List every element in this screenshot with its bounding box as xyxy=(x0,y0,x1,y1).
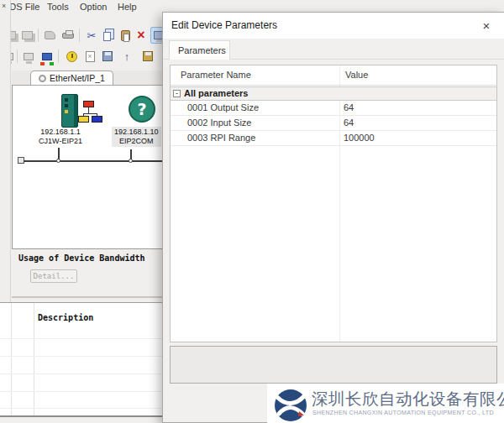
device-eip2com-icon[interactable]: ? xyxy=(129,96,155,123)
device-ip: 192.168.1.1 xyxy=(23,128,98,137)
cut-icon[interactable]: ✂ xyxy=(83,27,100,44)
description-grid-line xyxy=(0,356,167,357)
copy-icon[interactable] xyxy=(100,27,117,44)
table-row[interactable]: 0003 RPI Range 100000 xyxy=(171,131,496,146)
param-name: 0001 Output Size xyxy=(187,102,259,112)
description-grid-line xyxy=(0,373,167,374)
toolbar-separator xyxy=(17,50,18,63)
bus-junction xyxy=(56,159,60,163)
collapse-icon[interactable]: - xyxy=(173,90,181,97)
network-canvas[interactable]: 192.168.1.1 CJ1W-EIP21 ? 192.168.1.10 EI… xyxy=(12,85,167,249)
bandwidth-label: Usage of Device Bandwidth xyxy=(18,253,145,263)
toolbar-separator xyxy=(58,50,59,63)
menu-option[interactable]: Option xyxy=(76,0,110,13)
menu-tools[interactable]: Tools xyxy=(44,0,72,13)
up-arrow-glyph: ↑ xyxy=(124,51,130,62)
bus-junction xyxy=(129,159,133,163)
page-x-glyph: × xyxy=(86,51,95,62)
toolbar-separator xyxy=(79,29,80,42)
param-value[interactable]: 64 xyxy=(344,102,354,112)
network-disconnect-icon[interactable] xyxy=(18,27,35,44)
copy-pages-glyph xyxy=(103,32,111,41)
device-model: EIP2COM xyxy=(114,137,159,146)
cancel-page-icon[interactable]: × xyxy=(81,48,98,65)
dialog-title: Edit Device Parameters xyxy=(171,19,277,31)
printer-glyph xyxy=(62,33,74,39)
table-row[interactable]: 0001 Output Size 64 xyxy=(171,101,496,116)
clipboard-glyph xyxy=(121,30,130,41)
detail-button[interactable]: Detail... xyxy=(30,269,77,283)
group-label: All parameters xyxy=(184,88,248,98)
network-status-icon xyxy=(39,75,46,82)
description-grid-line xyxy=(0,338,167,339)
tab-parameters-label: Parameters xyxy=(178,45,226,55)
device-cj1w-eip21-label[interactable]: 192.168.1.1 CJ1W-EIP21 xyxy=(23,128,98,146)
column-value[interactable]: Value xyxy=(345,70,368,80)
upload-icon[interactable]: ↑ xyxy=(118,48,135,65)
company-watermark: 深圳长欣自动化设备有限公司 SHENZHEN CHANGXIN AUTOMATI… xyxy=(267,384,504,423)
edit-device-parameters-dialog: Edit Device Parameters × Parameters Para… xyxy=(162,12,504,423)
listview-header: Parameter Name Value xyxy=(171,65,496,86)
plc-net-line xyxy=(83,113,97,114)
param-name: 0002 Input Size xyxy=(187,118,251,128)
download-glyph xyxy=(143,51,153,61)
tab-parameters[interactable]: Parameters xyxy=(169,40,230,60)
device-ip: 192.168.1.10 xyxy=(114,128,159,137)
network-bus-line xyxy=(24,160,167,162)
paste-icon[interactable] xyxy=(117,27,134,44)
network-tab-strip: EtherNet/IP_1 xyxy=(12,70,167,85)
toolbar-separator xyxy=(38,29,39,42)
column-parameter-name[interactable]: Parameter Name xyxy=(181,70,251,80)
device-monitor-icon[interactable] xyxy=(63,48,80,65)
menu-help[interactable]: Help xyxy=(114,0,140,13)
bandwidth-section: Usage of Device Bandwidth Detail... xyxy=(12,249,167,298)
company-logo-icon xyxy=(274,389,307,422)
net-color-glyph xyxy=(42,53,52,60)
plc-yellow-node xyxy=(78,116,89,123)
plc-module-glyph xyxy=(61,94,78,128)
dialog-titlebar[interactable]: Edit Device Parameters × xyxy=(163,13,504,39)
description-grid-line xyxy=(0,391,167,392)
table-row[interactable]: 0002 Input Size 64 xyxy=(171,116,496,131)
plc-red-node xyxy=(83,101,94,107)
param-name: 0003 RPI Range xyxy=(187,133,255,143)
delete-icon[interactable]: × xyxy=(133,27,150,44)
transfer-icon[interactable] xyxy=(41,27,58,44)
close-icon[interactable]: × xyxy=(478,17,495,34)
company-name-cn: 深圳长欣自动化设备有限公司 xyxy=(312,388,504,410)
param-value[interactable]: 100000 xyxy=(344,133,375,143)
download-icon[interactable] xyxy=(139,48,156,65)
print-icon[interactable] xyxy=(60,27,76,44)
hand-glyph xyxy=(45,31,55,39)
tab-ethernet-ip-1[interactable]: EtherNet/IP_1 xyxy=(30,70,113,85)
description-panel[interactable]: Description xyxy=(0,302,167,417)
panel-close-icon[interactable]: × xyxy=(2,2,6,10)
network-view-icon[interactable] xyxy=(39,48,55,65)
network-tab-label: EtherNet/IP_1 xyxy=(50,73,105,83)
description-column-divider xyxy=(34,303,34,415)
net-gray-glyph xyxy=(24,53,34,60)
device-cj1w-eip21-icon[interactable] xyxy=(60,94,105,129)
save-page-icon[interactable] xyxy=(99,48,116,65)
group-row-all-parameters[interactable]: - All parameters xyxy=(171,86,496,101)
network-disconnect-glyph xyxy=(22,31,33,39)
routing-icon[interactable] xyxy=(20,48,37,65)
scissors-glyph: ✂ xyxy=(87,30,97,41)
description-column-header[interactable]: Description xyxy=(38,313,93,322)
device-eip2com-label[interactable]: 192.168.1.10 EIP2COM xyxy=(112,127,161,147)
disk-glyph xyxy=(102,51,113,61)
parameters-listview[interactable]: Parameter Name Value - All parameters 00… xyxy=(170,65,497,342)
clock-glyph xyxy=(66,51,77,62)
plc-blue-node xyxy=(92,116,102,123)
question-mark-glyph: ? xyxy=(137,100,146,118)
red-x-glyph: × xyxy=(137,29,144,42)
parameter-help-box xyxy=(170,346,497,384)
device-model: CJ1W-EIP21 xyxy=(23,137,98,146)
description-column-divider xyxy=(11,303,12,415)
left-panel-strip: × xyxy=(0,0,11,352)
param-value[interactable]: 64 xyxy=(344,118,354,128)
description-grid-line xyxy=(0,408,167,409)
company-name-en: SHENZHEN CHANGXIN AUTOMATION EQUIPMENT C… xyxy=(312,410,494,415)
